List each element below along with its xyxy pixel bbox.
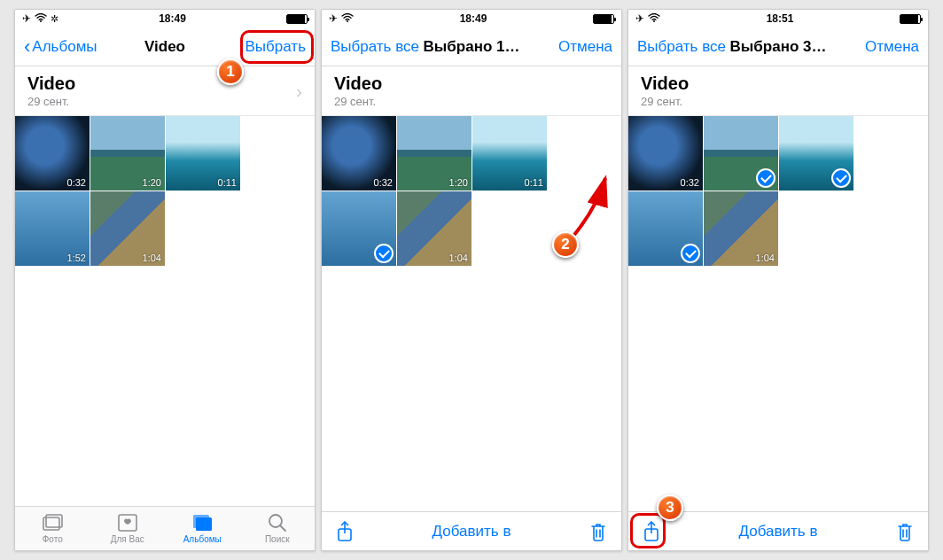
section-header[interactable]: Video 29 сент. <box>628 66 928 116</box>
section-subtitle: 29 сент. <box>641 95 916 108</box>
airplane-icon: ✈︎ <box>22 12 31 25</box>
screen-2: ✈︎ 18:49 Выбрать все Выбрано 1… Отмена V… <box>321 9 622 551</box>
select-all-button[interactable]: Выбрать все <box>637 38 726 56</box>
tab-label: Для Вас <box>111 534 144 544</box>
video-grid: 0:32 1:04 <box>628 116 928 511</box>
screen-3: ✈︎ 18:51 Выбрать все Выбрано 3… Отмена V… <box>627 9 929 551</box>
foryou-icon <box>117 513 138 533</box>
duration-label: 0:11 <box>218 177 237 188</box>
airplane-icon: ✈︎ <box>329 12 338 25</box>
svg-line-7 <box>280 525 285 531</box>
share-button[interactable] <box>334 521 355 542</box>
duration-label: 1:04 <box>756 253 775 263</box>
tab-label: Фото <box>43 534 63 544</box>
chevron-left-icon: ‹ <box>24 37 30 57</box>
tab-label: Альбомы <box>183 534 222 544</box>
back-button[interactable]: ‹ Альбомы <box>24 37 111 57</box>
video-grid: 0:32 1:20 0:11 1:04 <box>322 116 621 511</box>
tab-photos[interactable]: Фото <box>15 507 90 550</box>
selection-toolbar: Добавить в <box>322 511 621 550</box>
section-subtitle: 29 сент. <box>334 95 609 108</box>
loading-icon: ✲ <box>51 13 58 25</box>
video-thumb[interactable]: 1:04 <box>397 191 472 266</box>
duration-label: 0:11 <box>525 177 543 188</box>
video-thumb[interactable] <box>704 116 778 191</box>
trash-button[interactable] <box>588 521 609 542</box>
video-thumb[interactable]: 0:32 <box>15 116 90 191</box>
duration-label: 1:04 <box>143 253 161 263</box>
battery-icon <box>286 14 308 24</box>
albums-icon <box>191 513 213 533</box>
video-thumb[interactable]: 0:32 <box>322 116 396 191</box>
video-thumb[interactable] <box>779 116 853 191</box>
video-thumb[interactable]: 1:04 <box>90 191 165 266</box>
tab-albums[interactable]: Альбомы <box>165 507 240 550</box>
wifi-icon <box>648 12 660 25</box>
section-header[interactable]: Video 29 сент. <box>322 66 621 116</box>
tab-search[interactable]: Поиск <box>240 507 316 550</box>
svg-point-8 <box>347 20 348 22</box>
checkmark-icon <box>756 168 775 188</box>
photos-icon <box>42 513 63 533</box>
nav-title: Выбрано 1… <box>424 38 520 56</box>
status-bar: ✈︎ ✲ 18:49 <box>15 10 315 27</box>
select-all-label: Выбрать все <box>331 38 419 56</box>
checkmark-icon <box>831 168 851 188</box>
duration-label: 0:32 <box>681 177 699 188</box>
video-grid: 0:32 1:20 0:11 1:52 1:04 <box>15 116 315 506</box>
nav-bar: ‹ Альбомы Video Выбрать <box>15 27 315 66</box>
video-thumb[interactable]: 0:32 <box>628 116 703 191</box>
share-button[interactable] <box>641 521 662 542</box>
tab-label: Поиск <box>265 534 290 544</box>
status-bar: ✈︎ 18:51 <box>628 10 928 27</box>
svg-point-11 <box>653 20 655 22</box>
svg-point-0 <box>40 20 42 22</box>
section-title: Video <box>641 74 916 94</box>
section-title: Video <box>334 74 609 94</box>
cancel-button[interactable]: Отмена <box>832 38 919 56</box>
duration-label: 1:20 <box>449 177 468 188</box>
tab-bar: Фото Для Вас Альбомы Поиск <box>15 506 315 550</box>
section-subtitle: 29 сент. <box>27 95 302 108</box>
annotation-marker-1: 1 <box>217 58 244 85</box>
svg-rect-5 <box>193 515 209 528</box>
video-thumb[interactable]: 0:11 <box>166 116 240 191</box>
select-all-button[interactable]: Выбрать все <box>331 38 419 56</box>
add-to-button[interactable]: Добавить в <box>433 523 511 541</box>
nav-title: Video <box>144 38 185 56</box>
annotation-marker-2: 2 <box>552 231 579 258</box>
select-label: Выбрать <box>245 38 306 56</box>
section-header[interactable]: Video 29 сент. › <box>15 66 315 116</box>
select-button[interactable]: Выбрать <box>219 38 306 56</box>
back-label: Альбомы <box>32 38 97 56</box>
video-thumb[interactable] <box>628 191 703 266</box>
checkmark-icon <box>681 244 700 263</box>
annotation-marker-3: 3 <box>657 494 683 521</box>
battery-icon <box>593 14 614 24</box>
add-to-button[interactable]: Добавить в <box>739 523 818 541</box>
video-thumb[interactable]: 1:20 <box>397 116 472 191</box>
video-thumb[interactable]: 1:04 <box>704 191 778 266</box>
status-time: 18:49 <box>460 12 487 25</box>
nav-bar: Выбрать все Выбрано 3… Отмена <box>628 27 928 66</box>
tab-foryou[interactable]: Для Вас <box>90 507 166 550</box>
duration-label: 0:32 <box>374 177 393 188</box>
select-all-label: Выбрать все <box>637 38 726 56</box>
video-thumb[interactable]: 0:11 <box>472 116 547 191</box>
trash-button[interactable] <box>894 521 916 542</box>
wifi-icon <box>341 12 354 25</box>
battery-icon <box>900 14 921 24</box>
duration-label: 1:04 <box>449 253 468 263</box>
screen-1: ✈︎ ✲ 18:49 ‹ Альбомы Video Выбрать Video… <box>14 9 316 551</box>
duration-label: 1:52 <box>67 253 86 263</box>
status-bar: ✈︎ 18:49 <box>322 10 621 27</box>
video-thumb[interactable]: 1:20 <box>90 116 165 191</box>
search-icon <box>267 513 288 533</box>
cancel-label: Отмена <box>558 38 612 56</box>
cancel-button[interactable]: Отмена <box>526 38 612 56</box>
duration-label: 0:32 <box>67 177 86 188</box>
video-thumb[interactable]: 1:52 <box>15 191 90 266</box>
airplane-icon: ✈︎ <box>635 12 644 25</box>
video-thumb[interactable] <box>322 191 396 266</box>
status-time: 18:49 <box>159 12 186 25</box>
